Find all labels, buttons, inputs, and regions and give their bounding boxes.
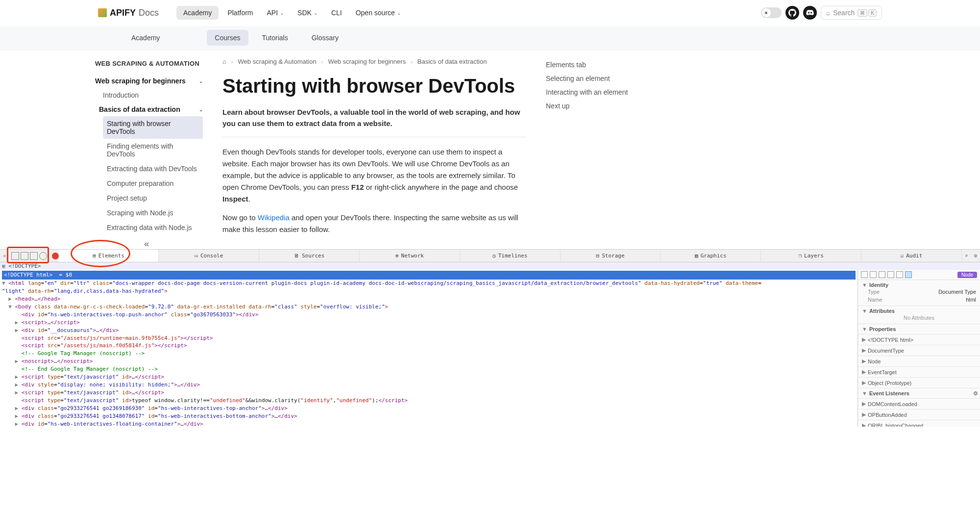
sub-navbar: Academy Courses Tutorials Glossary bbox=[0, 26, 980, 50]
devtools-tab-layers[interactable]: ❐Layers bbox=[761, 250, 861, 262]
search-placeholder: Search bbox=[833, 9, 855, 17]
nav-api[interactable]: API⌄ bbox=[262, 6, 289, 20]
layers-icon: ❐ bbox=[798, 253, 802, 259]
devtools-panel: ✕ ⊞Elements ▭Console 🗎Sources ⊕Network ◷… bbox=[0, 249, 980, 427]
crumb-1[interactable]: Web scraping & Automation bbox=[238, 58, 317, 65]
sidebar-item-prep[interactable]: Computer preparation bbox=[103, 176, 203, 191]
chevron-down-icon: ⌄ bbox=[280, 10, 284, 16]
nav-cli[interactable]: CLI bbox=[326, 6, 347, 20]
chevron-down-icon: ⌄ bbox=[199, 78, 203, 84]
nav-academy[interactable]: Academy bbox=[176, 6, 219, 20]
sidebar-item-extractnode[interactable]: Extracting data with Node.js bbox=[103, 220, 203, 235]
apify-logo-icon bbox=[98, 8, 107, 17]
nav-platform[interactable]: Platform bbox=[222, 6, 258, 20]
search-shortcut: ⌘K bbox=[858, 9, 877, 17]
devtools-tab-audit[interactable]: ☑Audit bbox=[861, 250, 962, 262]
theme-toggle[interactable]: ☀ bbox=[761, 7, 782, 18]
dom-breadcrumb[interactable]: ▣ <!DOCTYPE> bbox=[0, 262, 980, 270]
subnav-glossary[interactable]: Glossary bbox=[302, 26, 348, 50]
devtools-tab-timelines[interactable]: ◷Timelines bbox=[460, 250, 561, 262]
devtools-tab-elements[interactable]: ⊞Elements bbox=[59, 250, 159, 262]
sidebar-item-extracting[interactable]: Extracting data with DevTools bbox=[103, 161, 203, 176]
dock-right-icon[interactable] bbox=[21, 252, 28, 260]
article-p1: Even though DevTools stands for develope… bbox=[222, 146, 526, 205]
inspector-attributes[interactable]: ▼Attributes No Attributes bbox=[858, 306, 980, 324]
sidebar-group[interactable]: Web scraping for beginners⌄ bbox=[95, 74, 203, 88]
home-icon[interactable]: ⌂ bbox=[222, 58, 226, 65]
devtools-tab-sources[interactable]: 🗎Sources bbox=[259, 250, 360, 262]
sidebar-item-scraping[interactable]: Scraping with Node.js bbox=[103, 205, 203, 220]
target-icon[interactable] bbox=[39, 252, 47, 260]
node-tab-icon[interactable] bbox=[905, 271, 912, 278]
layout-icon[interactable] bbox=[861, 271, 868, 278]
prop-node[interactable]: ▶Node bbox=[858, 356, 980, 367]
discord-icon[interactable] bbox=[803, 6, 817, 20]
edit-icon[interactable] bbox=[896, 271, 903, 278]
settings-gear-icon[interactable]: ⚙ bbox=[971, 253, 980, 259]
close-icon[interactable]: ✕ bbox=[0, 253, 9, 259]
nav-opensource[interactable]: Open source⌄ bbox=[351, 6, 406, 20]
devtools-layout-icons bbox=[9, 252, 49, 260]
dock-left-icon[interactable] bbox=[11, 252, 19, 260]
toc-nextup[interactable]: Next up bbox=[546, 99, 644, 113]
grid-icon[interactable] bbox=[879, 271, 885, 278]
prop-documenttype[interactable]: ▶DocumentType bbox=[858, 345, 980, 356]
subnav-academy[interactable]: Academy bbox=[122, 26, 170, 50]
subnav-tutorials[interactable]: Tutorials bbox=[252, 26, 298, 50]
divider bbox=[222, 137, 526, 137]
article-main: ⌂› Web scraping & Automation› Web scrapi… bbox=[222, 50, 526, 249]
error-indicator-icon[interactable] bbox=[52, 253, 59, 259]
github-icon[interactable] bbox=[785, 6, 799, 20]
sidebar-item-introduction[interactable]: Introduction bbox=[99, 88, 203, 102]
devtools-tab-console[interactable]: ▭Console bbox=[159, 250, 259, 262]
sidebar-collapse-button[interactable]: « bbox=[144, 239, 203, 249]
dom-tree[interactable]: <!DOCTYPE html> = $0 ▼ <html lang="en" d… bbox=[0, 270, 858, 427]
inspector-identity[interactable]: ▼Identity TypeDocument Type Namehtml bbox=[858, 280, 980, 306]
toc-selecting[interactable]: Selecting an element bbox=[546, 72, 644, 85]
nav-sdk[interactable]: SDK⌄ bbox=[293, 6, 322, 20]
subnav-courses[interactable]: Courses bbox=[207, 30, 248, 46]
page-title: Starting with browser DevTools bbox=[222, 75, 526, 97]
event-opbuttonadded[interactable]: ▶OPButtonAdded bbox=[858, 409, 980, 420]
sidebar-item-setup[interactable]: Project setup bbox=[103, 191, 203, 205]
devtools-tab-graphics[interactable]: ▧Graphics bbox=[661, 250, 761, 262]
devtools-tab-storage[interactable]: ⊟Storage bbox=[561, 250, 661, 262]
sidebar-item-starting-devtools[interactable]: Starting with browser DevTools bbox=[103, 116, 203, 139]
search-icon[interactable]: ⌕ bbox=[962, 253, 971, 259]
brand-suffix: Docs bbox=[139, 8, 159, 18]
inspector-properties[interactable]: ▼Properties bbox=[858, 324, 980, 334]
devtools-body: <!DOCTYPE html> = $0 ▼ <html lang="en" d… bbox=[0, 270, 980, 427]
print-icon[interactable] bbox=[870, 271, 877, 278]
gear-icon[interactable]: ⚙ bbox=[973, 390, 978, 397]
no-attributes-label: No Attributes bbox=[862, 314, 976, 322]
console-icon: ▭ bbox=[195, 253, 198, 259]
search-input[interactable]: ⌕ Search ⌘K bbox=[821, 6, 882, 20]
elements-icon: ⊞ bbox=[93, 253, 96, 259]
timelines-icon: ◷ bbox=[492, 253, 496, 259]
wikipedia-link[interactable]: Wikipedia bbox=[258, 213, 290, 222]
crumb-3[interactable]: Basics of data extraction bbox=[417, 58, 487, 65]
dom-selected-node[interactable]: <!DOCTYPE html> = $0 bbox=[2, 271, 856, 280]
devtools-inspector-sidebar: Node ▼Identity TypeDocument Type Namehtm… bbox=[858, 270, 980, 427]
crumb-2[interactable]: Web scraping for beginners bbox=[328, 58, 406, 65]
table-of-contents: Elements tab Selecting an element Intera… bbox=[546, 50, 644, 249]
top-navbar: APIFY Docs Academy Platform API⌄ SDK⌄ CL… bbox=[0, 0, 980, 26]
storage-icon: ⊟ bbox=[596, 253, 600, 259]
devtools-tab-network[interactable]: ⊕Network bbox=[360, 250, 460, 262]
event-oribi[interactable]: ▶ORIBI_historyChanged bbox=[858, 420, 980, 427]
prop-eventtarget[interactable]: ▶EventTarget bbox=[858, 367, 980, 378]
prop-object[interactable]: ▶Object (Prototype) bbox=[858, 378, 980, 388]
box-icon[interactable] bbox=[887, 271, 894, 278]
event-domcontentloaded[interactable]: ▶DOMContentLoaded bbox=[858, 399, 980, 409]
sidebar-item-finding[interactable]: Finding elements with DevTools bbox=[103, 139, 203, 161]
inspector-event-listeners[interactable]: ▼Event Listeners⚙ bbox=[858, 388, 980, 399]
toc-interacting[interactable]: Interacting with an element bbox=[546, 85, 644, 99]
prop-doctype[interactable]: ▶<!DOCTYPE html> bbox=[858, 334, 980, 345]
toc-elements-tab[interactable]: Elements tab bbox=[546, 58, 644, 72]
sidebar-item-basics[interactable]: Basics of data extraction⌄ bbox=[99, 102, 203, 116]
inspector-toolbar: Node bbox=[858, 270, 980, 280]
network-icon: ⊕ bbox=[395, 253, 399, 259]
page-content: WEB SCRAPING & AUTOMATION Web scraping f… bbox=[0, 50, 980, 249]
logo[interactable]: APIFY Docs bbox=[98, 8, 159, 18]
dock-bottom-icon[interactable] bbox=[30, 252, 38, 260]
